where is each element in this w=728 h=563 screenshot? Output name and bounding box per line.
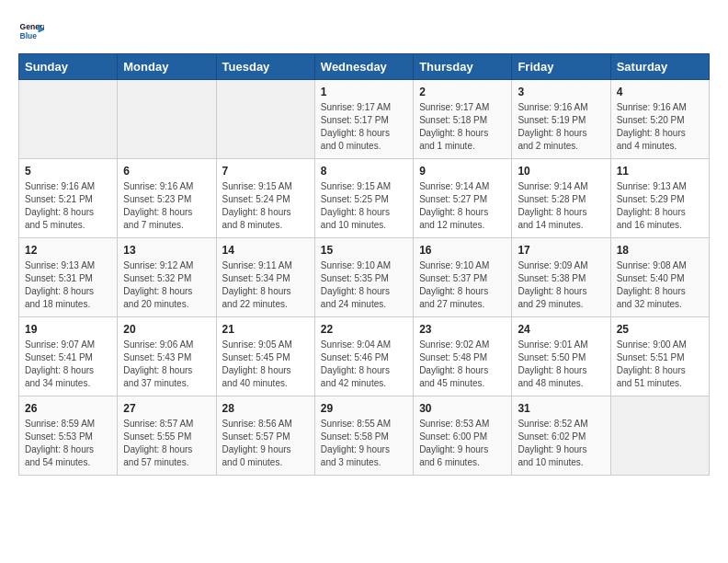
logo-icon: General Blue [18,18,44,44]
day-number: 11 [617,165,703,178]
day-content: Sunrise: 9:11 AM Sunset: 5:34 PM Dayligh… [222,259,309,311]
calendar-week-3: 12Sunrise: 9:13 AM Sunset: 5:31 PM Dayli… [19,238,710,317]
calendar-cell: 12Sunrise: 9:13 AM Sunset: 5:31 PM Dayli… [19,238,118,317]
day-content: Sunrise: 9:16 AM Sunset: 5:19 PM Dayligh… [518,101,604,153]
calendar-cell: 31Sunrise: 8:52 AM Sunset: 6:02 PM Dayli… [512,396,610,476]
day-number: 10 [518,165,604,178]
calendar-cell [216,80,314,159]
calendar-cell: 1Sunrise: 9:17 AM Sunset: 5:17 PM Daylig… [314,80,413,159]
logo: General Blue [18,18,48,44]
day-content: Sunrise: 9:17 AM Sunset: 5:17 PM Dayligh… [321,101,407,153]
calendar-cell: 18Sunrise: 9:08 AM Sunset: 5:40 PM Dayli… [610,238,709,317]
day-content: Sunrise: 9:15 AM Sunset: 5:25 PM Dayligh… [321,180,407,232]
day-number: 8 [321,165,407,178]
day-content: Sunrise: 9:02 AM Sunset: 5:48 PM Dayligh… [419,339,506,390]
day-content: Sunrise: 9:05 AM Sunset: 5:45 PM Dayligh… [222,339,309,390]
day-content: Sunrise: 9:06 AM Sunset: 5:43 PM Dayligh… [123,339,210,390]
day-number: 16 [419,244,506,257]
calendar-cell: 4Sunrise: 9:16 AM Sunset: 5:20 PM Daylig… [610,80,709,159]
calendar-cell: 29Sunrise: 8:55 AM Sunset: 5:58 PM Dayli… [314,396,413,476]
calendar-cell: 21Sunrise: 9:05 AM Sunset: 5:45 PM Dayli… [216,317,314,396]
day-number: 23 [419,323,506,336]
weekday-header-sunday: Sunday [19,54,118,80]
day-number: 7 [222,165,309,178]
day-content: Sunrise: 8:55 AM Sunset: 5:58 PM Dayligh… [321,418,407,469]
calendar-cell [610,396,709,476]
calendar-week-4: 19Sunrise: 9:07 AM Sunset: 5:41 PM Dayli… [19,317,710,396]
day-number: 14 [222,244,309,257]
calendar-cell: 14Sunrise: 9:11 AM Sunset: 5:34 PM Dayli… [216,238,314,317]
day-number: 15 [321,244,407,257]
day-number: 29 [321,402,407,415]
day-number: 4 [617,86,703,98]
calendar-cell: 3Sunrise: 9:16 AM Sunset: 5:19 PM Daylig… [512,80,610,159]
day-number: 12 [25,244,111,257]
calendar-cell: 28Sunrise: 8:56 AM Sunset: 5:57 PM Dayli… [216,396,314,476]
day-number: 2 [419,86,506,98]
weekday-header-wednesday: Wednesday [314,54,413,80]
calendar-cell: 6Sunrise: 9:16 AM Sunset: 5:23 PM Daylig… [118,159,216,238]
day-number: 28 [222,402,309,415]
day-content: Sunrise: 9:16 AM Sunset: 5:20 PM Dayligh… [617,101,703,153]
day-number: 22 [321,323,407,336]
day-number: 25 [617,323,703,336]
day-content: Sunrise: 9:09 AM Sunset: 5:38 PM Dayligh… [518,259,604,311]
day-content: Sunrise: 9:07 AM Sunset: 5:41 PM Dayligh… [25,339,111,390]
day-number: 3 [518,86,604,98]
calendar-table: SundayMondayTuesdayWednesdayThursdayFrid… [18,53,710,476]
calendar-cell: 27Sunrise: 8:57 AM Sunset: 5:55 PM Dayli… [118,396,216,476]
day-content: Sunrise: 8:57 AM Sunset: 5:55 PM Dayligh… [123,418,210,469]
weekday-header-row: SundayMondayTuesdayWednesdayThursdayFrid… [19,54,710,80]
day-content: Sunrise: 9:00 AM Sunset: 5:51 PM Dayligh… [617,339,703,390]
day-content: Sunrise: 9:14 AM Sunset: 5:28 PM Dayligh… [518,180,604,232]
day-content: Sunrise: 9:08 AM Sunset: 5:40 PM Dayligh… [617,259,703,311]
weekday-header-friday: Friday [512,54,610,80]
calendar-cell: 16Sunrise: 9:10 AM Sunset: 5:37 PM Dayli… [414,238,512,317]
day-number: 20 [123,323,210,336]
day-content: Sunrise: 9:17 AM Sunset: 5:18 PM Dayligh… [419,101,506,153]
day-number: 5 [25,165,111,178]
day-number: 26 [25,402,111,415]
day-number: 17 [518,244,604,257]
calendar-cell: 5Sunrise: 9:16 AM Sunset: 5:21 PM Daylig… [19,159,118,238]
day-number: 18 [617,244,703,257]
calendar-cell: 24Sunrise: 9:01 AM Sunset: 5:50 PM Dayli… [512,317,610,396]
day-content: Sunrise: 9:15 AM Sunset: 5:24 PM Dayligh… [222,180,309,232]
calendar-week-5: 26Sunrise: 8:59 AM Sunset: 5:53 PM Dayli… [19,396,710,476]
day-content: Sunrise: 9:16 AM Sunset: 5:21 PM Dayligh… [25,180,111,232]
day-content: Sunrise: 9:10 AM Sunset: 5:35 PM Dayligh… [321,259,407,311]
calendar-cell: 7Sunrise: 9:15 AM Sunset: 5:24 PM Daylig… [216,159,314,238]
calendar-cell: 20Sunrise: 9:06 AM Sunset: 5:43 PM Dayli… [118,317,216,396]
day-content: Sunrise: 8:53 AM Sunset: 6:00 PM Dayligh… [419,418,506,469]
day-content: Sunrise: 9:01 AM Sunset: 5:50 PM Dayligh… [518,339,604,390]
day-number: 27 [123,402,210,415]
calendar-cell: 26Sunrise: 8:59 AM Sunset: 5:53 PM Dayli… [19,396,118,476]
calendar-cell [19,80,118,159]
calendar-cell [118,80,216,159]
weekday-header-monday: Monday [118,54,216,80]
calendar-week-2: 5Sunrise: 9:16 AM Sunset: 5:21 PM Daylig… [19,159,710,238]
day-number: 24 [518,323,604,336]
day-content: Sunrise: 9:10 AM Sunset: 5:37 PM Dayligh… [419,259,506,311]
calendar-cell: 22Sunrise: 9:04 AM Sunset: 5:46 PM Dayli… [314,317,413,396]
calendar-cell: 15Sunrise: 9:10 AM Sunset: 5:35 PM Dayli… [314,238,413,317]
day-number: 30 [419,402,506,415]
day-number: 6 [123,165,210,178]
day-number: 31 [518,402,604,415]
calendar-cell: 23Sunrise: 9:02 AM Sunset: 5:48 PM Dayli… [414,317,512,396]
calendar-cell: 10Sunrise: 9:14 AM Sunset: 5:28 PM Dayli… [512,159,610,238]
day-content: Sunrise: 8:56 AM Sunset: 5:57 PM Dayligh… [222,418,309,469]
svg-text:Blue: Blue [20,31,38,40]
calendar-cell: 9Sunrise: 9:14 AM Sunset: 5:27 PM Daylig… [414,159,512,238]
calendar-cell: 13Sunrise: 9:12 AM Sunset: 5:32 PM Dayli… [118,238,216,317]
calendar-cell: 25Sunrise: 9:00 AM Sunset: 5:51 PM Dayli… [610,317,709,396]
calendar-cell: 8Sunrise: 9:15 AM Sunset: 5:25 PM Daylig… [314,159,413,238]
day-content: Sunrise: 8:59 AM Sunset: 5:53 PM Dayligh… [25,418,111,469]
calendar-cell: 30Sunrise: 8:53 AM Sunset: 6:00 PM Dayli… [414,396,512,476]
weekday-header-thursday: Thursday [414,54,512,80]
day-number: 1 [321,86,407,98]
calendar-cell: 19Sunrise: 9:07 AM Sunset: 5:41 PM Dayli… [19,317,118,396]
day-number: 19 [25,323,111,336]
day-content: Sunrise: 9:13 AM Sunset: 5:31 PM Dayligh… [25,259,111,311]
calendar-cell: 17Sunrise: 9:09 AM Sunset: 5:38 PM Dayli… [512,238,610,317]
